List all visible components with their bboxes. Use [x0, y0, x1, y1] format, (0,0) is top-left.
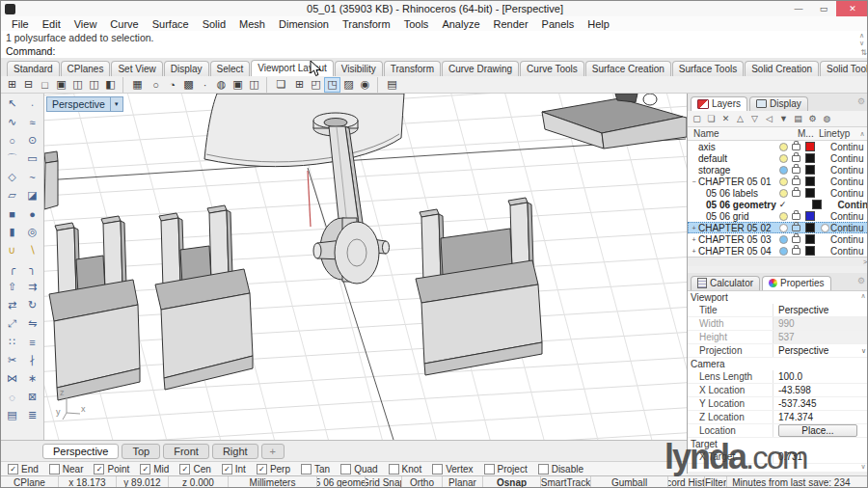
- layer-expand-icon[interactable]: +: [690, 236, 698, 243]
- layer-linetype[interactable]: Continu: [830, 211, 868, 222]
- osnap-toggle[interactable]: Cen: [179, 464, 210, 474]
- sidebar-tool-icon[interactable]: ↖: [2, 95, 22, 113]
- sidebar-tool-icon[interactable]: ✂: [2, 351, 22, 369]
- layers-panel-gear-icon[interactable]: ⚙: [857, 96, 865, 106]
- status-cell[interactable]: Filter: [705, 476, 727, 488]
- toolbar-icon[interactable]: ◳: [324, 77, 340, 93]
- layer-visibility-bulb-icon[interactable]: [779, 224, 788, 232]
- checkbox-icon[interactable]: [222, 464, 232, 474]
- layer-color-swatch[interactable]: [805, 223, 815, 232]
- osnap-toggle[interactable]: Mid: [140, 464, 169, 474]
- command-scrollbar[interactable]: ∧ ∨: [856, 32, 867, 47]
- toolbar-icon[interactable]: ·: [197, 77, 213, 93]
- tab-layers[interactable]: Layers: [691, 96, 747, 111]
- layer-visibility-bulb-icon[interactable]: [779, 154, 788, 163]
- checkbox-icon[interactable]: [94, 464, 104, 474]
- menu-item[interactable]: Edit: [36, 18, 68, 30]
- menu-item[interactable]: Tools: [397, 18, 436, 30]
- restore-button[interactable]: ▭: [811, 1, 836, 16]
- layer-toolbar-icon[interactable]: ◁: [762, 114, 776, 123]
- toolbar-icon[interactable]: ⊞: [291, 77, 308, 93]
- viewport-title-dropdown[interactable]: Perspective ▼: [46, 96, 123, 112]
- layer-color-swatch[interactable]: [805, 246, 815, 256]
- viewport-tab[interactable]: Top: [122, 444, 160, 459]
- toolbar-tab[interactable]: Set View: [111, 61, 162, 76]
- layer-lock-icon[interactable]: [792, 167, 800, 174]
- property-value[interactable]: Perspective ∨: [773, 304, 868, 316]
- osnap-toggle[interactable]: Vertex: [432, 464, 473, 474]
- sidebar-tool-icon[interactable]: ∪: [2, 241, 22, 259]
- layer-linetype[interactable]: Continu: [830, 142, 868, 152]
- checkbox-icon[interactable]: [257, 464, 267, 474]
- checkbox-icon[interactable]: [140, 464, 150, 474]
- status-cell[interactable]: Minutes from last save: 234: [727, 476, 868, 488]
- toolbar-icon[interactable]: ◰: [308, 77, 324, 93]
- property-row[interactable]: Viewport ∨: [688, 291, 868, 304]
- layers-horizontal-scrollbar[interactable]: >: [688, 257, 868, 266]
- tab-properties[interactable]: Properties: [762, 276, 831, 290]
- osnap-toggle[interactable]: Perp: [257, 464, 290, 474]
- layer-lock-icon[interactable]: [792, 144, 800, 150]
- toolbar-tab[interactable]: Curve Tools: [520, 61, 584, 76]
- toolbar-icon[interactable]: ○: [148, 77, 164, 93]
- sidebar-tool-icon[interactable]: ∷: [2, 333, 22, 351]
- sidebar-tool-icon[interactable]: ~: [22, 168, 42, 186]
- layer-material-cell[interactable]: [819, 224, 830, 232]
- toolbar-icon[interactable]: ◍: [213, 77, 230, 93]
- sidebar-tool-icon[interactable]: ◪: [22, 186, 42, 204]
- layer-linetype[interactable]: Continu: [830, 188, 868, 199]
- toolbar-tab[interactable]: Surface Creation: [585, 61, 671, 76]
- layer-row[interactable]: + CHAPTER 05 03 Continu: [688, 233, 868, 245]
- layer-linetype[interactable]: Continu: [830, 246, 868, 257]
- property-row[interactable]: Title Perspective ∨: [688, 304, 868, 317]
- menu-item[interactable]: View: [68, 18, 104, 30]
- property-row[interactable]: Z Location 174.374 ∨: [688, 411, 868, 424]
- toolbar-icon[interactable]: ◫: [69, 77, 86, 93]
- sidebar-tool-icon[interactable]: ⊠: [22, 388, 42, 406]
- layer-toolbar-icon[interactable]: ◍: [820, 114, 834, 123]
- toolbar-icon[interactable]: ▨: [340, 77, 357, 93]
- sidebar-tool-icon[interactable]: ⊙: [22, 131, 42, 149]
- osnap-toggle[interactable]: End: [8, 464, 39, 474]
- layer-lock-icon[interactable]: [792, 190, 800, 197]
- property-value[interactable]: -43.598 ∨: [773, 384, 868, 396]
- property-row[interactable]: Location Place... ∨: [688, 424, 868, 438]
- property-row[interactable]: Lens Length 100.0 ∨: [688, 370, 868, 384]
- scroll-down-icon[interactable]: ∨: [860, 463, 865, 471]
- sidebar-tool-icon[interactable]: ⌒: [2, 149, 22, 168]
- sidebar-tool-icon[interactable]: ≣: [22, 406, 42, 424]
- layer-visibility-bulb-icon[interactable]: [779, 235, 788, 244]
- osnap-toggle[interactable]: Knot: [389, 464, 422, 474]
- toolbar-icon[interactable]: ⊟: [20, 77, 37, 93]
- layer-row[interactable]: + CHAPTER 05 02 Continu: [688, 222, 868, 233]
- column-material[interactable]: M...: [798, 128, 819, 139]
- sidebar-tool-icon[interactable]: ⤢: [2, 314, 22, 333]
- toolbar-tab[interactable]: Solid Tools: [820, 61, 868, 76]
- layer-linetype[interactable]: Continu: [830, 223, 868, 233]
- layer-color-swatch[interactable]: [805, 188, 815, 198]
- scroll-right-icon[interactable]: >: [863, 258, 868, 265]
- menu-item[interactable]: File: [5, 18, 36, 30]
- scroll-up-icon[interactable]: ∧: [860, 292, 865, 300]
- status-cell[interactable]: CPlane: [1, 476, 59, 488]
- layer-lock-icon[interactable]: [792, 155, 800, 162]
- toolbar-tab[interactable]: Transform: [384, 61, 441, 76]
- viewport[interactable]: Perspective ▼ z y x: [44, 94, 687, 440]
- sidebar-tool-icon[interactable]: ∤: [22, 351, 42, 369]
- sidebar-tool-icon[interactable]: ↻: [22, 296, 42, 314]
- menu-item[interactable]: Mesh: [232, 18, 272, 30]
- checkbox-icon[interactable]: [538, 464, 549, 474]
- toolbar-tab[interactable]: CPlanes: [61, 61, 111, 76]
- viewport-tab[interactable]: Front: [163, 444, 209, 459]
- sidebar-tool-icon[interactable]: ●: [22, 204, 42, 223]
- status-cell[interactable]: z 0.000: [169, 476, 229, 488]
- status-cell[interactable]: x 18.173: [59, 476, 117, 488]
- menu-item[interactable]: Panels: [535, 18, 582, 30]
- properties-scrollbar[interactable]: ∧ ∨: [858, 292, 868, 471]
- status-cell[interactable]: SmartTrack: [541, 476, 591, 488]
- sidebar-tool-icon[interactable]: ⇄: [2, 296, 22, 314]
- sidebar-tool-icon[interactable]: ∖: [22, 241, 42, 259]
- status-cell[interactable]: Grid Snap: [366, 476, 402, 488]
- osnap-toggle[interactable]: Project: [484, 464, 528, 474]
- sidebar-tool-icon[interactable]: ≈: [22, 113, 42, 131]
